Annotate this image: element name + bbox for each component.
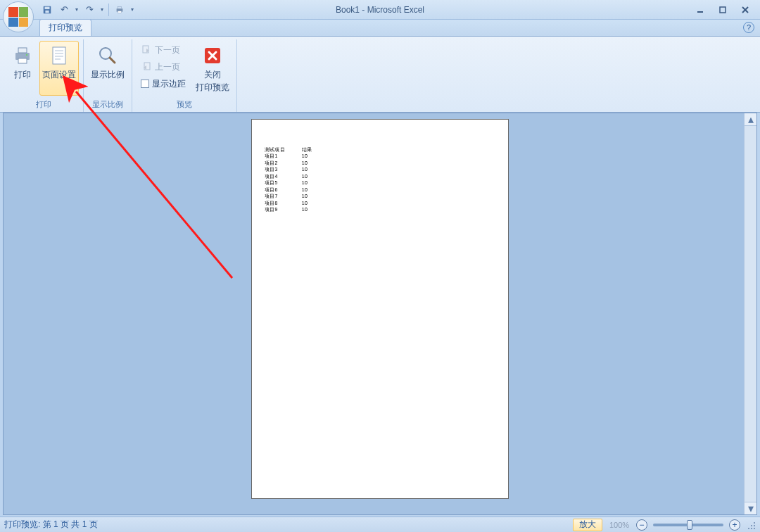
- close-label-2: 打印预览: [196, 82, 229, 92]
- group-print: 打印 页面设置 打印: [4, 39, 84, 112]
- page-setup-icon: [48, 44, 70, 67]
- statusbar: 打印预览: 第 1 页 共 1 页 放大 100% − +: [0, 517, 760, 532]
- resize-grip-icon[interactable]: [746, 520, 756, 530]
- checkbox-icon: [141, 80, 149, 88]
- page-setup-label: 页面设置: [42, 70, 76, 80]
- svg-line-20: [110, 58, 115, 63]
- svg-rect-7: [720, 7, 726, 13]
- close-icon: [201, 44, 224, 67]
- quick-access-toolbar: ↶ ▾ ↷ ▾ ▾: [39, 2, 136, 18]
- zoom-in-button[interactable]: +: [729, 519, 740, 531]
- zoom-out-button[interactable]: −: [636, 519, 647, 531]
- svg-rect-14: [53, 47, 65, 64]
- svg-rect-1: [45, 6, 50, 9]
- group-preview-label: 预览: [137, 99, 232, 112]
- svg-point-27: [751, 525, 752, 526]
- show-margins-checkbox[interactable]: 显示边距: [137, 76, 190, 91]
- svg-point-29: [748, 528, 749, 529]
- close-label-1: 关闭: [204, 70, 221, 80]
- scroll-up-icon[interactable]: ▴: [745, 113, 756, 126]
- save-icon[interactable]: [39, 2, 55, 18]
- qat-separator: [108, 4, 109, 16]
- svg-point-31: [754, 528, 755, 529]
- page-preview[interactable]: 测试项目结果项目110项目210项目310项目410项目510项目610项目71…: [251, 119, 509, 499]
- next-page-icon: [141, 44, 152, 56]
- office-logo-icon: [8, 7, 28, 27]
- zoom-button[interactable]: 显示比例: [88, 41, 127, 96]
- svg-rect-5: [118, 11, 121, 13]
- tab-print-preview[interactable]: 打印预览: [39, 19, 91, 36]
- show-margins-label: 显示边距: [152, 78, 186, 90]
- zoom-in-mode-button[interactable]: 放大: [573, 519, 602, 531]
- redo-icon[interactable]: ↷: [82, 2, 97, 18]
- qat-customize-dropdown-icon[interactable]: ▾: [129, 2, 136, 18]
- magnifier-icon: [96, 44, 119, 67]
- status-text: 打印预览: 第 1 页 共 1 页: [4, 519, 98, 531]
- svg-point-26: [754, 522, 755, 524]
- next-page-label: 下一页: [155, 44, 180, 56]
- zoom-label: 显示比例: [91, 70, 125, 80]
- svg-rect-11: [18, 48, 27, 53]
- printer-icon: [11, 44, 34, 67]
- svg-point-30: [751, 528, 752, 529]
- close-button[interactable]: [736, 4, 754, 16]
- slider-thumb[interactable]: [687, 520, 692, 530]
- svg-rect-4: [118, 6, 121, 8]
- titlebar: ↶ ▾ ↷ ▾ ▾ Book1 - Microsoft Excel: [0, 0, 760, 20]
- svg-rect-12: [18, 58, 27, 63]
- zoom-percentage[interactable]: 100%: [604, 521, 635, 529]
- group-zoom-label: 显示比例: [88, 99, 127, 112]
- redo-dropdown-icon[interactable]: ▾: [99, 2, 106, 18]
- svg-point-28: [754, 525, 755, 526]
- close-preview-button[interactable]: 关闭 打印预览: [193, 41, 232, 96]
- minimize-button[interactable]: [691, 4, 709, 16]
- ribbon-tabbar: 打印预览 ?: [0, 20, 760, 37]
- page-content: 测试项目结果项目110项目210项目310项目410项目510项目610项目71…: [265, 146, 316, 213]
- prev-page-label: 上一页: [155, 61, 180, 73]
- page-setup-button[interactable]: 页面设置: [39, 41, 79, 96]
- zoom-slider[interactable]: [653, 524, 723, 526]
- office-button[interactable]: [3, 1, 34, 32]
- scroll-down-icon[interactable]: ▾: [745, 502, 756, 514]
- ribbon: 打印 页面设置 打印 显示比例 显示比例: [0, 37, 760, 113]
- undo-dropdown-icon[interactable]: ▾: [73, 2, 80, 18]
- next-page-button: 下一页: [137, 42, 190, 58]
- group-print-label: 打印: [8, 99, 79, 112]
- window-title: Book1 - Microsoft Excel: [336, 5, 424, 15]
- group-preview: 下一页 上一页 显示边距 关闭 打印预览: [132, 39, 237, 112]
- group-zoom: 显示比例 显示比例: [84, 39, 132, 112]
- svg-point-13: [26, 54, 27, 56]
- print-quick-icon[interactable]: [112, 2, 127, 18]
- svg-rect-2: [45, 10, 49, 13]
- preview-area: 测试项目结果项目110项目210项目310项目410项目510项目610项目71…: [3, 113, 757, 515]
- maximize-button[interactable]: [714, 4, 732, 16]
- prev-page-icon: [141, 61, 152, 72]
- vertical-scrollbar[interactable]: ▴ ▾: [744, 113, 756, 514]
- undo-icon[interactable]: ↶: [56, 2, 72, 18]
- print-button[interactable]: 打印: [8, 41, 37, 96]
- prev-page-button: 上一页: [137, 59, 190, 75]
- help-button[interactable]: ?: [743, 22, 754, 33]
- print-label: 打印: [14, 70, 31, 80]
